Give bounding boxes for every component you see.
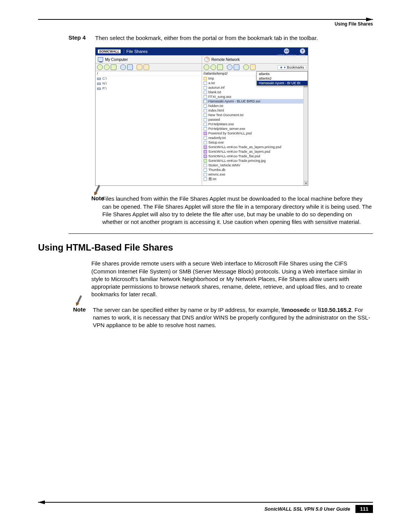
drive-icon bbox=[97, 83, 101, 85]
note-label: Note bbox=[68, 195, 95, 201]
section-heading: Using HTML-Based File Shares bbox=[38, 242, 373, 253]
file-icon bbox=[204, 95, 207, 99]
file-item[interactable]: New Text Document.txt bbox=[203, 113, 307, 117]
file-item[interactable]: Hamasaki Ayumi - BLUE BIRD.avi bbox=[203, 99, 307, 104]
footer-rule bbox=[38, 502, 373, 503]
file-item[interactable]: blank.txt bbox=[203, 90, 307, 94]
html-version-label: HTML Version bbox=[277, 54, 296, 57]
file-item[interactable]: Stolen_Vehicle.WMV bbox=[203, 163, 307, 168]
bookmark-item-selected[interactable]: Hamasaki Ayumi - BLUE BI ↖ bbox=[257, 81, 307, 85]
note-text: Files launched from within the File Shar… bbox=[102, 195, 373, 226]
back-icon[interactable] bbox=[97, 64, 103, 70]
file-item[interactable]: PcHelpWare_server.exe bbox=[203, 126, 307, 131]
file-icon bbox=[204, 81, 207, 85]
bookmarks-menu[interactable]: atlantisatlantis2 Hamasaki Ayumi - BLUE … bbox=[256, 71, 308, 86]
file-item[interactable]: SonicWALL-enKoo-Trade_as_layers.psd bbox=[203, 149, 307, 154]
file-icon bbox=[204, 155, 207, 158]
local-pane[interactable]: / C:\N:\P:\ bbox=[96, 71, 202, 185]
file-item[interactable]: 图.txt bbox=[203, 177, 307, 181]
note-text: The server can be specified either by na… bbox=[93, 306, 373, 329]
drive-item[interactable]: N:\ bbox=[96, 81, 202, 86]
file-item[interactable]: Thumbs.db bbox=[203, 168, 307, 172]
file-item[interactable]: hidden.txt bbox=[203, 104, 307, 108]
file-icon bbox=[204, 136, 207, 140]
sonicwall-logo: SONICWALL bbox=[98, 50, 121, 53]
drive-icon bbox=[97, 88, 101, 90]
r-forward-icon[interactable] bbox=[210, 64, 216, 70]
file-item[interactable]: SonicWALL-enKoo-Trade.princing.jpg bbox=[203, 158, 307, 163]
r-up-icon[interactable] bbox=[217, 64, 223, 70]
drive-item[interactable]: C:\ bbox=[96, 76, 202, 81]
file-icon bbox=[204, 77, 207, 80]
r-copy-icon[interactable] bbox=[234, 64, 239, 70]
section-paragraph: File shares provide remote users with a … bbox=[91, 260, 373, 298]
toolbars: ★ ▾ Bookmarks bbox=[96, 64, 308, 71]
r-back-icon[interactable] bbox=[204, 64, 209, 70]
file-item[interactable]: Powered by SonicWALL.psd bbox=[203, 131, 307, 136]
copy-icon[interactable] bbox=[127, 64, 133, 70]
refresh-icon[interactable] bbox=[120, 64, 126, 70]
file-item[interactable]: passwd bbox=[203, 117, 307, 122]
pc-icon bbox=[98, 57, 103, 62]
file-icon bbox=[204, 141, 207, 144]
file-icon bbox=[204, 109, 207, 112]
bookmarks-dropdown[interactable]: ★ ▾ Bookmarks bbox=[277, 65, 306, 70]
local-root: / bbox=[96, 71, 202, 76]
file-item[interactable]: readonly.txt bbox=[203, 136, 307, 140]
bookmark-icon: ★ bbox=[280, 66, 283, 69]
drive-icon bbox=[97, 78, 101, 80]
file-item[interactable]: SonicWALL-enKoo-Trade_flat.psd bbox=[203, 154, 307, 158]
file-icon bbox=[204, 118, 207, 121]
scroll-down-icon[interactable]: ▾ bbox=[304, 181, 308, 185]
file-item[interactable]: FFXI_song.asx bbox=[203, 94, 307, 99]
page-number: 111 bbox=[355, 505, 373, 513]
html-version-button[interactable]: <> bbox=[284, 48, 289, 54]
pencil-icon bbox=[73, 295, 81, 308]
remote-pane[interactable]: //atlantis/temp2/ tmpa.txtautorun.infbla… bbox=[202, 71, 308, 185]
r-misc-icon[interactable] bbox=[243, 64, 249, 70]
file-item[interactable]: index.html bbox=[203, 108, 307, 113]
r-new-icon[interactable] bbox=[250, 64, 256, 70]
file-icon bbox=[204, 123, 207, 126]
file-icon bbox=[204, 145, 207, 149]
applet-title: File Shares bbox=[124, 49, 148, 54]
file-item[interactable]: SonicWALL-enKoo-Trade_as_layers.pricing.… bbox=[203, 145, 307, 149]
forward-icon[interactable] bbox=[104, 64, 110, 70]
file-icon bbox=[204, 86, 207, 89]
file-icon bbox=[204, 91, 207, 94]
r-refresh-icon[interactable] bbox=[227, 64, 233, 70]
delete-icon[interactable] bbox=[143, 64, 149, 70]
step-text: Then select the bookmark, either from th… bbox=[95, 34, 318, 42]
bookmark-item[interactable]: atlantis bbox=[257, 72, 307, 76]
note-1: Note Files launched from within the File… bbox=[68, 195, 373, 226]
remote-scrollbar[interactable]: ▾ bbox=[303, 71, 308, 185]
network-icon bbox=[204, 57, 210, 62]
running-head: Using File Shares bbox=[38, 21, 373, 27]
help-label: Help bbox=[299, 54, 306, 57]
file-icon bbox=[204, 168, 207, 172]
file-icon bbox=[204, 159, 207, 163]
bookmark-item[interactable]: atlantis2 bbox=[257, 76, 307, 81]
footer-guide-title: SonicWALL SSL VPN 5.0 User Guide bbox=[264, 506, 350, 512]
up-icon[interactable] bbox=[111, 64, 116, 70]
newfolder-icon[interactable] bbox=[137, 64, 142, 70]
file-item[interactable]: Setup.exe bbox=[203, 140, 307, 145]
section-divider bbox=[68, 233, 373, 234]
file-icon bbox=[204, 104, 207, 108]
cursor-icon: ↖ bbox=[290, 82, 293, 87]
page-footer: SonicWALL SSL VPN 5.0 User Guide 111 bbox=[38, 502, 373, 513]
step-label: Step 4 bbox=[68, 34, 95, 41]
file-icon bbox=[204, 150, 207, 153]
note-2: Note The server can be specified either … bbox=[68, 306, 373, 329]
file-icon bbox=[204, 132, 207, 135]
header-rule bbox=[38, 19, 373, 20]
file-icon bbox=[204, 173, 207, 176]
help-button[interactable]: ? bbox=[300, 48, 305, 54]
pencil-icon bbox=[91, 184, 100, 198]
applet-titlebar: SONICWALL File Shares <> HTML Version ? … bbox=[96, 48, 308, 55]
my-computer-header: My Computer bbox=[96, 56, 202, 63]
file-shares-applet-screenshot: SONICWALL File Shares <> HTML Version ? … bbox=[95, 47, 308, 186]
file-item[interactable]: PcHelpWare.exe bbox=[203, 122, 307, 126]
file-item[interactable]: winvnc.exe bbox=[203, 172, 307, 177]
drive-item[interactable]: P:\ bbox=[96, 86, 202, 91]
